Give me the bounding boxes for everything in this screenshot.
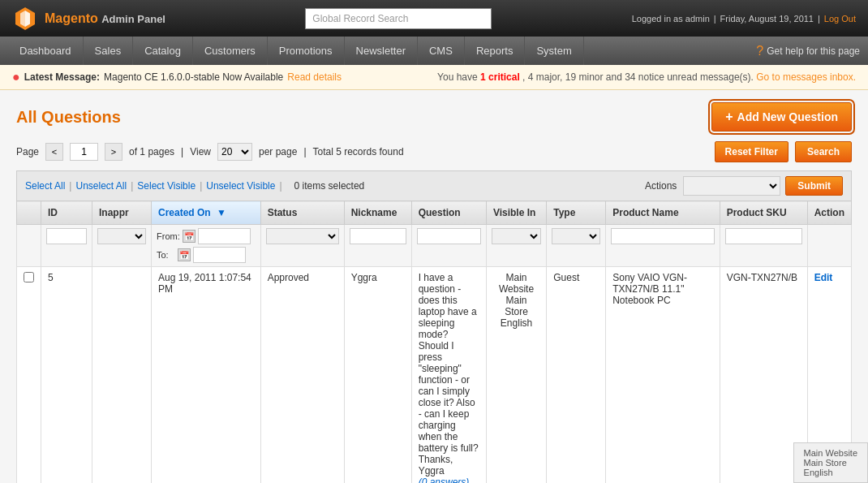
nav-item-catalog[interactable]: Catalog <box>133 37 193 65</box>
table-header-row: ID Inappr Created On ▼ Status Nickname Q… <box>17 201 852 225</box>
global-search-input[interactable] <box>305 8 492 29</box>
filter-status-select[interactable]: Approved Pending Rejected <box>266 228 339 244</box>
actions-row: Select All | Unselect All | Select Visib… <box>16 170 852 201</box>
submit-button[interactable]: Submit <box>785 176 843 196</box>
next-page-button[interactable]: > <box>105 143 122 161</box>
inbox-link[interactable]: Go to messages inbox. <box>756 71 856 83</box>
select-all-link[interactable]: Select All <box>25 180 65 192</box>
logo-brand: Magento Admin Panel <box>45 11 165 26</box>
filter-type-select[interactable]: Guest Customer <box>552 228 600 244</box>
per-page-label: per page <box>259 146 297 157</box>
items-selected-label: 0 items selected <box>294 180 365 192</box>
unselect-visible-link[interactable]: Unselect Visible <box>206 180 275 192</box>
filter-id-cell <box>41 225 92 267</box>
filter-product-name-cell <box>606 225 720 267</box>
logged-in-text: Logged in as admin <box>632 14 710 24</box>
table-row: 5 Aug 19, 2011 1:07:54 PM Approved Yggra… <box>17 267 852 484</box>
th-checkbox <box>17 201 41 225</box>
row1-edit-link[interactable]: Edit <box>814 272 833 283</box>
filter-created-on-cell: From: 📅 To: 📅 <box>152 225 261 267</box>
row1-product-name: Sony VAIO VGN-TXN27N/B 11.1" Notebook PC <box>606 267 720 484</box>
svg-marker-2 <box>25 11 30 27</box>
row1-created-on: Aug 19, 2011 1:07:54 PM <box>152 267 261 484</box>
nav-item-newsletter[interactable]: Newsletter <box>345 37 418 65</box>
total-records: Total 5 records found <box>313 146 404 157</box>
th-product-sku[interactable]: Product SKU <box>720 201 807 225</box>
row1-nickname: Yggra <box>344 267 411 484</box>
row1-answers-link[interactable]: (0 answers) <box>419 477 470 483</box>
table-body: 5 Aug 19, 2011 1:07:54 PM Approved Yggra… <box>17 267 852 484</box>
nav-item-system[interactable]: System <box>525 37 583 65</box>
row1-inappr <box>92 267 152 484</box>
th-nickname[interactable]: Nickname <box>344 201 411 225</box>
main-nav: Dashboard Sales Catalog Customers Promot… <box>0 37 868 65</box>
filter-date-from-input[interactable] <box>198 228 251 244</box>
unselect-all-link[interactable]: Unselect All <box>75 180 127 192</box>
filter-status-cell: Approved Pending Rejected <box>260 225 344 267</box>
filter-question-input[interactable] <box>417 228 481 244</box>
filter-inappr-cell: Yes No <box>92 225 152 267</box>
actions-select[interactable]: Delete Approve Reject <box>683 176 780 196</box>
logo: Magento Admin Panel <box>12 6 165 32</box>
message-rest: , 4 major, 19 minor and 34 notice unread… <box>522 71 754 83</box>
th-type[interactable]: Type <box>547 201 606 225</box>
filter-visible-in-select[interactable] <box>492 228 541 244</box>
filter-date-to: To: 📅 <box>157 247 256 263</box>
pagination-row: Page < > of 1 pages | View 20 50 100 per… <box>16 141 852 162</box>
filter-id-input[interactable] <box>46 228 87 244</box>
th-id[interactable]: ID <box>41 201 92 225</box>
filter-product-name-input[interactable] <box>611 228 714 244</box>
magento-logo-icon <box>12 6 38 32</box>
calendar-from-icon[interactable]: 📅 <box>183 230 196 243</box>
add-new-question-button[interactable]: Add New Question <box>711 102 852 132</box>
select-visible-link[interactable]: Select Visible <box>137 180 196 192</box>
filter-inappr-select[interactable]: Yes No <box>97 228 146 244</box>
nav-item-cms[interactable]: CMS <box>418 37 465 65</box>
row1-checkbox[interactable] <box>24 272 34 282</box>
critical-count: 1 critical <box>480 71 520 83</box>
help-label: Get help for this page <box>767 45 860 57</box>
read-details-link[interactable]: Read details <box>287 71 342 83</box>
filter-inappr-select-container: Yes No <box>97 228 146 244</box>
th-inappr[interactable]: Inappr <box>92 201 152 225</box>
th-status[interactable]: Status <box>260 201 344 225</box>
row1-checkbox-cell <box>17 267 41 484</box>
row1-id: 5 <box>41 267 92 484</box>
svg-marker-1 <box>20 11 25 27</box>
filter-date-to-input[interactable] <box>193 247 246 263</box>
filter-product-sku-cell <box>720 225 807 267</box>
calendar-to-icon[interactable]: 📅 <box>178 248 191 261</box>
logout-link[interactable]: Log Out <box>824 14 856 24</box>
filter-date-from: From: 📅 <box>157 228 256 244</box>
filter-nickname-cell <box>344 225 411 267</box>
page-label: Page <box>16 146 39 157</box>
nav-item-promotions[interactable]: Promotions <box>268 37 345 65</box>
filter-action-cell <box>807 225 851 267</box>
reset-filter-button[interactable]: Reset Filter <box>715 141 789 162</box>
th-product-name[interactable]: Product Name <box>606 201 720 225</box>
filter-nickname-input[interactable] <box>350 228 406 244</box>
header: Magento Admin Panel Logged in as admin |… <box>0 0 868 37</box>
content-area: All Questions Add New Question Page < > … <box>0 90 868 483</box>
nav-item-customers[interactable]: Customers <box>193 37 268 65</box>
per-page-select[interactable]: 20 50 100 <box>217 143 252 161</box>
message-bar: ● Latest Message: Magento CE 1.6.0.0-sta… <box>0 65 868 90</box>
th-created-on[interactable]: Created On ▼ <box>152 201 261 225</box>
help-link[interactable]: ? Get help for this page <box>756 44 860 58</box>
message-text: Magento CE 1.6.0.0-stable Now Available <box>104 71 283 83</box>
questions-table: ID Inappr Created On ▼ Status Nickname Q… <box>16 201 852 483</box>
prev-page-button[interactable]: < <box>45 143 63 161</box>
th-question[interactable]: Question <box>411 201 486 225</box>
message-prefix: Latest Message: <box>24 71 100 83</box>
filter-visible-in-cell <box>486 225 546 267</box>
help-icon: ? <box>756 44 763 58</box>
search-button[interactable]: Search <box>795 141 852 162</box>
nav-item-dashboard[interactable]: Dashboard <box>8 37 84 65</box>
th-visible-in[interactable]: Visible In <box>486 201 546 225</box>
filter-row: Yes No From: 📅 To: 📅 <box>17 225 852 267</box>
nav-item-reports[interactable]: Reports <box>465 37 526 65</box>
filter-type-cell: Guest Customer <box>547 225 606 267</box>
page-number-input[interactable] <box>70 143 98 161</box>
nav-item-sales[interactable]: Sales <box>84 37 134 65</box>
filter-product-sku-input[interactable] <box>725 228 802 244</box>
